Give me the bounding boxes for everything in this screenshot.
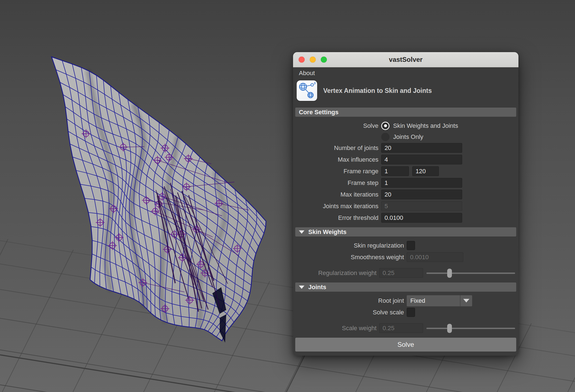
scale-weight-label: Scale weight — [295, 325, 379, 332]
error-threshold-label: Error threshold — [295, 214, 381, 222]
regularization-weight-field: 0.25 — [379, 268, 423, 278]
root-joint-value: Fixed — [407, 295, 460, 306]
chevron-down-icon — [463, 299, 469, 302]
number-of-joints-field[interactable]: 20 — [381, 143, 462, 153]
joints-max-iterations-row: Joints max iterations 5 — [295, 200, 516, 212]
slider-groove — [426, 273, 515, 274]
regularization-weight-label: Regularization weight — [295, 269, 379, 277]
solve-scale-label: Solve scale — [295, 309, 407, 316]
number-of-joints-label: Number of joints — [295, 144, 381, 152]
joints-max-iterations-field: 5 — [381, 201, 462, 211]
section-core-settings: Core Settings — [295, 108, 516, 117]
max-iterations-label: Max iterations — [295, 191, 381, 198]
frame-range-label: Frame range — [295, 168, 381, 175]
solve-scale-checkbox[interactable] — [407, 308, 415, 317]
titlebar[interactable]: vastSolver — [293, 52, 518, 67]
menu-bar: About — [293, 67, 518, 79]
section-joints[interactable]: Joints — [295, 282, 516, 292]
close-button[interactable] — [299, 57, 305, 63]
solve-scale-row: Solve scale — [295, 307, 516, 318]
collapse-arrow-icon[interactable] — [299, 286, 304, 289]
icon-badge: 3 — [314, 82, 316, 85]
max-iterations-field[interactable]: 20 — [381, 190, 462, 199]
traffic-lights — [299, 52, 327, 67]
vastsolver-window: vastSolver About 3 Vertex Ani — [293, 52, 518, 356]
cloth-mesh[interactable] — [52, 57, 266, 343]
max-influences-label: Max influences — [295, 156, 381, 163]
slider-handle[interactable] — [447, 269, 452, 278]
frame-step-field[interactable]: 1 — [381, 178, 462, 188]
radio-skin-weights-and-joints-label: Skin Weights and Joints — [393, 122, 458, 129]
joints-max-iterations-label: Joints max iterations — [295, 203, 381, 210]
app-title: Vertex Animation to Skin and Joints — [323, 87, 432, 95]
max-influences-field[interactable]: 4 — [381, 155, 462, 164]
section-skin-weights-label: Skin Weights — [308, 228, 347, 236]
skin-regularization-row: Skin regularization — [295, 240, 516, 251]
vast-solver-globes-icon: 3 — [297, 80, 317, 101]
max-influences-row: Max influences 4 — [295, 154, 516, 165]
skin-regularization-checkbox[interactable] — [407, 241, 415, 250]
radio-skin-weights-and-joints[interactable] — [381, 122, 390, 130]
radio-joints-only[interactable] — [381, 133, 390, 141]
number-of-joints-row: Number of joints 20 — [295, 142, 516, 154]
app-header: 3 Vertex Animation to Skin and Joints — [293, 79, 518, 105]
skin-regularization-label: Skin regularization — [295, 242, 407, 249]
slider-groove — [426, 328, 515, 329]
frame-range-row: Frame range 1 120 — [295, 166, 516, 177]
zoom-button[interactable] — [321, 57, 327, 63]
root-joint-label: Root joint — [295, 297, 407, 304]
regularization-weight-slider[interactable] — [426, 267, 515, 279]
root-joint-dropdown[interactable]: Fixed — [407, 295, 472, 306]
smoothness-weight-row: Smoothness weight 0.0010 — [295, 251, 516, 263]
frame-step-label: Frame step — [295, 179, 381, 187]
slider-handle[interactable] — [447, 324, 452, 333]
scale-weight-slider[interactable] — [426, 322, 515, 334]
frame-step-row: Frame step 1 — [295, 177, 516, 189]
frame-range-start-field[interactable]: 1 — [381, 166, 409, 176]
section-skin-weights[interactable]: Skin Weights — [295, 227, 516, 236]
solve-label: Solve — [295, 122, 381, 129]
error-threshold-field[interactable]: 0.0100 — [381, 213, 462, 223]
radio-joints-only-label: Joints Only — [393, 133, 423, 141]
scale-weight-field: 0.25 — [379, 323, 423, 333]
smoothness-weight-label: Smoothness weight — [295, 254, 407, 261]
regularization-weight-row: Regularization weight 0.25 — [295, 267, 516, 279]
frame-range-end-field[interactable]: 120 — [412, 166, 439, 176]
scale-weight-row: Scale weight 0.25 — [295, 322, 516, 334]
smoothness-weight-field: 0.0010 — [407, 252, 463, 262]
solve-mode-row-2: Joints Only — [295, 132, 516, 142]
menu-about[interactable]: About — [297, 68, 317, 78]
solve-mode-row-1: Solve Skin Weights and Joints — [295, 120, 516, 131]
error-threshold-row: Error threshold 0.0100 — [295, 212, 516, 223]
root-joint-row: Root joint Fixed — [295, 295, 516, 306]
collapse-arrow-icon[interactable] — [299, 230, 304, 234]
dropdown-button[interactable] — [460, 295, 472, 306]
minimize-button[interactable] — [310, 57, 316, 63]
section-core-settings-label: Core Settings — [299, 109, 339, 116]
section-joints-label: Joints — [308, 284, 326, 291]
max-iterations-row: Max iterations 20 — [295, 189, 516, 200]
solve-button[interactable]: Solve — [295, 338, 516, 352]
